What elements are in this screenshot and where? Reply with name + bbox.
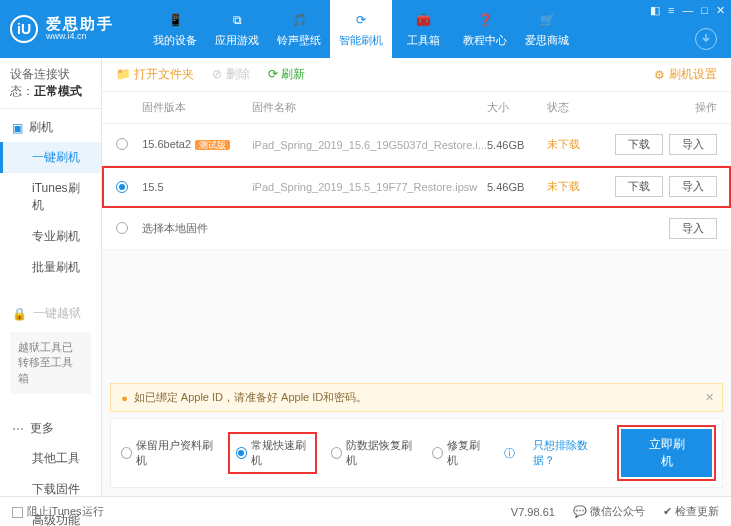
refresh-button[interactable]: ⟳ 刷新 <box>268 66 305 83</box>
main-panel: 📁 打开文件夹 ⊘ 删除 ⟳ 刷新 ⚙ 刷机设置 固件版本 固件名称 大小 状态… <box>102 58 731 496</box>
group-jailbreak[interactable]: 🔒 一键越狱 <box>0 299 101 328</box>
nav-4[interactable]: 🧰工具箱 <box>392 0 454 58</box>
sidebar-item[interactable]: 其他工具 <box>0 443 101 474</box>
more-icon: ⋯ <box>12 422 24 436</box>
group-flash[interactable]: ▣ 刷机 <box>0 113 101 142</box>
nav-icon: 🛒 <box>537 10 557 30</box>
download-button[interactable]: 下载 <box>615 176 663 197</box>
nav-icon: ⟳ <box>351 10 371 30</box>
wechat-link[interactable]: 💬 微信公众号 <box>573 504 645 519</box>
group-more[interactable]: ⋯ 更多 <box>0 414 101 443</box>
statusbar: 阻止iTunes运行 V7.98.61 💬 微信公众号 ✔ 检查更新 <box>0 496 731 526</box>
radio-icon[interactable] <box>116 181 128 193</box>
window-controls: ◧ ≡ — □ ✕ <box>650 4 725 17</box>
brand-url: www.i4.cn <box>46 32 114 42</box>
nav-0[interactable]: 📱我的设备 <box>144 0 206 58</box>
delete-button[interactable]: ⊘ 删除 <box>212 66 249 83</box>
sidebar: 设备连接状态：正常模式 ▣ 刷机 一键刷机iTunes刷机专业刷机批量刷机 🔒 … <box>0 58 102 496</box>
nav-icon: 📱 <box>165 10 185 30</box>
radio-icon <box>331 447 342 459</box>
firmware-row[interactable]: 15.6beta2测试版iPad_Spring_2019_15.6_19G503… <box>102 124 731 166</box>
sidebar-item[interactable]: 专业刷机 <box>0 221 101 252</box>
theme-icon[interactable]: ◧ <box>650 4 660 17</box>
block-itunes-checkbox[interactable]: 阻止iTunes运行 <box>12 504 104 519</box>
sidebar-item[interactable]: 一键刷机 <box>0 142 101 173</box>
nav-5[interactable]: ❓教程中心 <box>454 0 516 58</box>
info-icon[interactable]: ⓘ <box>504 446 515 461</box>
nav-icon: ❓ <box>475 10 495 30</box>
nav-2[interactable]: 🎵铃声壁纸 <box>268 0 330 58</box>
warning-icon: ● <box>121 392 128 404</box>
connection-status: 设备连接状态：正常模式 <box>0 58 101 109</box>
radio-icon <box>236 447 247 459</box>
sidebar-item[interactable]: 批量刷机 <box>0 252 101 283</box>
mode-option[interactable]: 保留用户资料刷机 <box>121 438 214 468</box>
minimize-icon[interactable]: — <box>682 4 693 17</box>
flash-mode-bar: 保留用户资料刷机常规快速刷机防数据恢复刷机修复刷机 ⓘ 只想排除数据？ 立即刷机 <box>110 418 723 488</box>
radio-icon[interactable] <box>116 138 128 150</box>
flash-settings-button[interactable]: ⚙ 刷机设置 <box>654 66 717 83</box>
nav-6[interactable]: 🛒爱思商城 <box>516 0 578 58</box>
flash-icon: ▣ <box>12 121 23 135</box>
nav-icon: ⧉ <box>227 10 247 30</box>
flash-now-button[interactable]: 立即刷机 <box>621 429 712 477</box>
table-header: 固件版本 固件名称 大小 状态 操作 <box>102 92 731 124</box>
radio-icon <box>121 447 132 459</box>
firmware-row[interactable]: 15.5iPad_Spring_2019_15.5_19F77_Restore.… <box>102 166 731 208</box>
sidebar-item[interactable]: 下载固件 <box>0 474 101 505</box>
sidebar-item[interactable]: iTunes刷机 <box>0 173 101 221</box>
mode-option[interactable]: 常规快速刷机 <box>232 436 313 470</box>
nav-1[interactable]: ⧉应用游戏 <box>206 0 268 58</box>
maximize-icon[interactable]: □ <box>701 4 708 17</box>
close-warning-icon[interactable]: ✕ <box>705 391 714 404</box>
import-button[interactable]: 导入 <box>669 134 717 155</box>
close-icon[interactable]: ✕ <box>716 4 725 17</box>
menu-icon[interactable]: ≡ <box>668 4 674 17</box>
appleid-warning: ● 如已绑定 Apple ID，请准备好 Apple ID和密码。 ✕ <box>110 383 723 412</box>
lock-icon: 🔒 <box>12 307 27 321</box>
import-button[interactable]: 导入 <box>669 176 717 197</box>
app-logo-icon: iU <box>10 15 38 43</box>
open-folder-button[interactable]: 📁 打开文件夹 <box>116 66 194 83</box>
exclude-data-link[interactable]: 只想排除数据？ <box>533 438 603 468</box>
nav-icon: 🧰 <box>413 10 433 30</box>
titlebar: iU 爱思助手 www.i4.cn 📱我的设备⧉应用游戏🎵铃声壁纸⟳智能刷机🧰工… <box>0 0 731 58</box>
download-button[interactable]: 下载 <box>615 134 663 155</box>
jailbreak-note: 越狱工具已转移至工具箱 <box>10 332 91 394</box>
check-update-link[interactable]: ✔ 检查更新 <box>663 504 719 519</box>
nav-icon: 🎵 <box>289 10 309 30</box>
version-label: V7.98.61 <box>511 506 555 518</box>
nav-3[interactable]: ⟳智能刷机 <box>330 0 392 58</box>
local-firmware-row[interactable]: 选择本地固件 导入 <box>102 208 731 250</box>
import-button[interactable]: 导入 <box>669 218 717 239</box>
brand-name: 爱思助手 <box>46 16 114 33</box>
radio-icon <box>432 447 443 459</box>
mode-option[interactable]: 修复刷机 <box>432 438 486 468</box>
download-manager-icon[interactable] <box>695 28 717 50</box>
mode-option[interactable]: 防数据恢复刷机 <box>331 438 414 468</box>
